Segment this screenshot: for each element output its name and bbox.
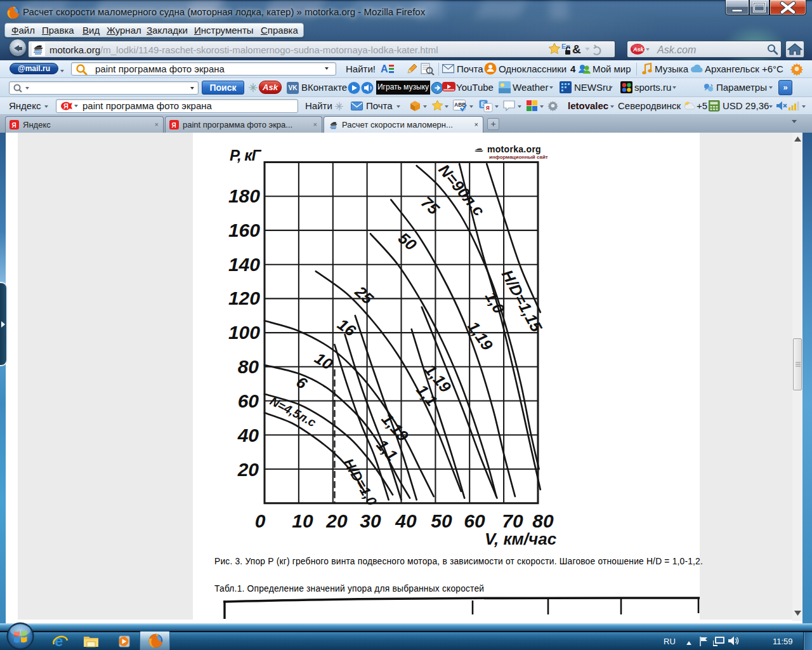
svg-text:0: 0 <box>255 510 266 531</box>
svg-text:120: 120 <box>228 288 260 308</box>
svg-text:Я: Я <box>172 122 176 129</box>
svg-text:70: 70 <box>502 510 523 531</box>
svg-text:20: 20 <box>237 459 259 480</box>
svg-text:&: & <box>572 43 581 56</box>
svg-text:V, км/час: V, км/час <box>485 529 557 548</box>
svg-text:160: 160 <box>228 220 260 241</box>
svg-text:Я: Я <box>12 122 16 129</box>
svg-text:40: 40 <box>395 510 417 531</box>
svg-text:60: 60 <box>464 510 485 531</box>
svg-text:20: 20 <box>325 510 348 531</box>
svg-text:80: 80 <box>238 356 259 377</box>
svg-text:информационный сайт: информационный сайт <box>489 154 548 160</box>
svg-text:Я: Я <box>63 102 69 110</box>
svg-text:Ask: Ask <box>632 46 645 53</box>
svg-text:А: А <box>381 63 388 74</box>
svg-text:25: 25 <box>351 282 377 308</box>
svg-text:30: 30 <box>360 510 381 531</box>
svg-text:40: 40 <box>237 425 259 446</box>
svg-text:H/D=1,0: H/D=1,0 <box>341 456 381 509</box>
svg-text:En: En <box>561 43 570 50</box>
svg-text:10: 10 <box>292 510 313 531</box>
svg-text:140: 140 <box>228 254 260 275</box>
svg-text:80: 80 <box>532 510 554 531</box>
svg-text:50: 50 <box>431 510 452 531</box>
svg-text:100: 100 <box>228 322 260 343</box>
svg-text:Р, кГ: Р, кГ <box>230 147 262 164</box>
svg-text:я: я <box>486 104 490 111</box>
svg-text:6: 6 <box>293 373 311 393</box>
svg-text:motorka.org: motorka.org <box>487 144 541 154</box>
svg-text:60: 60 <box>238 390 259 411</box>
svg-text:180: 180 <box>228 185 260 206</box>
